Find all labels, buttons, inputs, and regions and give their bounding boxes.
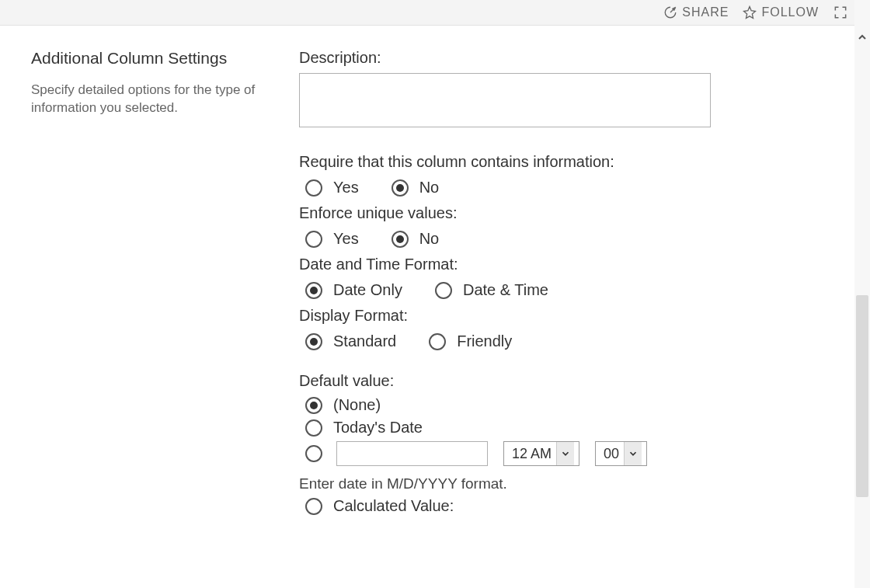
section-heading: Additional Column Settings (31, 49, 276, 68)
default-minute-select[interactable]: 00 (595, 441, 647, 466)
unique-no-radio[interactable] (392, 231, 409, 248)
follow-button[interactable]: FOLLOW (743, 5, 819, 19)
description-input[interactable] (299, 73, 711, 127)
datefmt-field: Date and Time Format: Date Only Date & T… (299, 256, 839, 299)
default-calc-radio[interactable] (305, 498, 322, 515)
scrollbar-thumb[interactable] (856, 295, 868, 497)
default-value-field: Default value: (None) Today's Date 12 AM (299, 372, 839, 515)
chevron-down-icon (624, 442, 642, 465)
page-body: Additional Column Settings Specify detai… (0, 26, 870, 560)
require-yes-radio[interactable] (305, 179, 322, 197)
focus-icon[interactable] (833, 5, 848, 20)
share-button[interactable]: SHARE (663, 5, 729, 19)
scroll-up-icon[interactable] (856, 31, 868, 43)
top-toolbar: SHARE FOLLOW (0, 0, 870, 26)
datefmt-datetime-label: Date & Time (463, 281, 548, 299)
default-minute-value: 00 (604, 446, 619, 462)
display-standard-radio[interactable] (305, 333, 322, 350)
require-no-label: No (419, 179, 440, 197)
require-label: Require that this column contains inform… (299, 153, 839, 171)
share-icon (663, 5, 677, 19)
unique-no-label: No (419, 230, 440, 248)
datefmt-dateonly-label: Date Only (333, 281, 402, 299)
display-friendly-label: Friendly (457, 332, 512, 350)
default-none-label: (None) (333, 396, 381, 414)
chevron-down-icon (556, 442, 574, 465)
default-date-input[interactable] (336, 441, 488, 466)
description-field: Description: (299, 49, 839, 131)
default-label: Default value: (299, 372, 839, 390)
unique-yes-radio[interactable] (305, 231, 322, 248)
default-specific-radio[interactable] (305, 445, 322, 462)
display-label: Display Format: (299, 307, 839, 325)
share-label: SHARE (682, 5, 729, 19)
unique-field: Enforce unique values: Yes No (299, 204, 839, 248)
datefmt-datetime-radio[interactable] (435, 282, 452, 299)
datefmt-dateonly-radio[interactable] (305, 282, 322, 299)
display-field: Display Format: Standard Friendly (299, 307, 839, 350)
default-today-radio[interactable] (305, 419, 322, 437)
unique-yes-label: Yes (333, 230, 359, 248)
datefmt-label: Date and Time Format: (299, 256, 839, 273)
default-helper-text: Enter date in M/D/YYYY format. (299, 475, 839, 492)
display-standard-label: Standard (333, 332, 396, 350)
star-icon (743, 5, 757, 19)
section-blurb: Specify detailed options for the type of… (31, 82, 276, 117)
default-hour-select[interactable]: 12 AM (503, 441, 579, 466)
description-label: Description: (299, 49, 839, 67)
settings-panel: Description: Require that this column co… (299, 49, 839, 537)
scrollbar-track[interactable] (854, 0, 870, 588)
default-calc-label: Calculated Value: (333, 497, 454, 515)
require-field: Require that this column contains inform… (299, 153, 839, 197)
follow-label: FOLLOW (761, 5, 819, 19)
display-friendly-radio[interactable] (429, 333, 446, 350)
default-today-label: Today's Date (333, 419, 423, 437)
left-column: Additional Column Settings Specify detai… (31, 49, 299, 537)
default-hour-value: 12 AM (512, 446, 552, 462)
require-yes-label: Yes (333, 179, 359, 197)
default-none-radio[interactable] (305, 397, 322, 414)
require-no-radio[interactable] (392, 179, 409, 197)
unique-label: Enforce unique values: (299, 204, 839, 222)
